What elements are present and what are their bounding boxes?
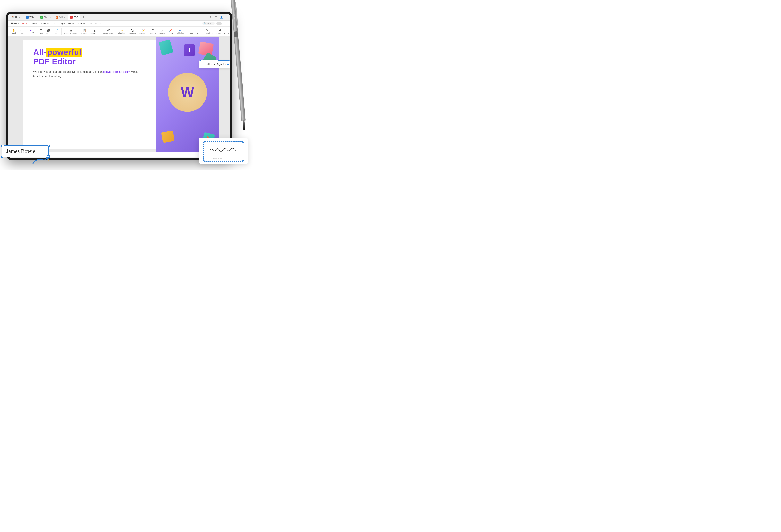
- text-tool[interactable]: T Text: [38, 28, 44, 35]
- header-footer-label: Header & Footer ▾: [64, 32, 79, 34]
- note-label: Note ▾: [168, 32, 173, 34]
- stylus-body: Lenovo: [231, 0, 246, 121]
- menu-annotate[interactable]: Annotate: [39, 22, 50, 26]
- ai-text-tool[interactable]: AI AI Text: [27, 29, 35, 35]
- more-button[interactable]: ···: [98, 22, 102, 26]
- highlight2-tool[interactable]: A̲ Highlight ▾: [174, 28, 185, 35]
- document-content: All-powerful PDF Editor We offer you a n…: [24, 40, 156, 149]
- svg-rect-0: [46, 154, 50, 160]
- background-tool[interactable]: ◧ Background ▾: [89, 28, 102, 35]
- tab-slides[interactable]: P Slides: [53, 14, 67, 20]
- tab-home-label: Home: [15, 16, 21, 18]
- tab-writer-label: Writer: [30, 16, 35, 18]
- convert-link[interactable]: convert formats easily: [103, 70, 130, 73]
- note-tool[interactable]: 📌 Note ▾: [167, 28, 174, 35]
- search-box[interactable]: 🔍 Search: [202, 22, 215, 25]
- menu-protect[interactable]: Protect: [67, 22, 77, 26]
- textbox-tool[interactable]: T Textbox: [149, 28, 157, 35]
- menu-file[interactable]: ☰ File ▾: [9, 21, 20, 26]
- menu-edit[interactable]: Edit: [51, 22, 58, 26]
- promo-image: W I: [156, 37, 219, 152]
- writer-icon: W: [26, 16, 29, 18]
- doc-title: All-powerful PDF Editor: [33, 48, 147, 66]
- toolbar-group-annotate: A̲ Highlight ▾ 💬 Annotate 📝 Instruction …: [116, 28, 186, 35]
- deco-teal: [159, 39, 173, 55]
- fill-form-dot: [227, 63, 229, 65]
- minimize-button[interactable]: —: [225, 15, 229, 19]
- textbox-icon: T: [152, 29, 154, 32]
- tab-pdf[interactable]: P PDF: [68, 14, 80, 20]
- image-tool[interactable]: 🖼 Image: [45, 28, 52, 35]
- redo-button[interactable]: ↪: [94, 22, 97, 26]
- fill-form-text: it、Fill Form、Signature: [202, 63, 227, 65]
- ai-text-label: AI Text: [29, 32, 34, 34]
- text-label: Text: [39, 32, 43, 34]
- insert-symbol-tool[interactable]: Ω Insert Symbol ▾: [200, 28, 214, 35]
- grid-view-button[interactable]: ⊟: [214, 15, 218, 19]
- replacements-tool[interactable]: ↔ Replacements ▾: [227, 28, 231, 35]
- split-view-button[interactable]: ⊞: [209, 15, 212, 19]
- menu-convert[interactable]: Convert: [77, 22, 88, 26]
- toolbar-group-header: ⊟ Header & Footer ▾ 📋 Page ▾ ◧ Backgroun…: [62, 28, 115, 35]
- search-icon: 🔍: [204, 23, 206, 25]
- tab-controls: ⊞ ⊟ 👤 —: [209, 15, 229, 19]
- stylus-brand-label: Lenovo: [233, 13, 236, 20]
- pdf-icon: P: [70, 16, 73, 18]
- select-label: Select: [19, 32, 24, 34]
- page-tool[interactable]: 📄 Page ▾: [52, 28, 60, 35]
- toggle-pill[interactable]: [216, 22, 222, 25]
- textbox-label: Textbox: [150, 32, 156, 34]
- signature-card-label: SIGNATURE: [208, 157, 239, 159]
- underline-icon: U̲: [193, 29, 195, 32]
- underline-tool[interactable]: U̲ Underline ▾: [188, 28, 199, 35]
- image-icon: 🖼: [47, 29, 50, 32]
- svg-marker-1: [48, 160, 49, 162]
- sig-corner-tl: [203, 141, 205, 143]
- menu-page[interactable]: Page: [58, 22, 67, 26]
- deco-purple: I: [183, 44, 195, 56]
- shape-icon: ◇: [161, 29, 163, 32]
- highlight-tool[interactable]: A̲ Highlight ▾: [117, 28, 128, 35]
- background-label: Background ▾: [90, 32, 101, 34]
- tab-sheets[interactable]: S Sheets: [38, 14, 53, 20]
- document-area: All-powerful PDF Editor We offer you a n…: [8, 37, 231, 152]
- title-part1: All-: [33, 48, 46, 57]
- annotate-tool[interactable]: 💬 Annotate: [128, 28, 137, 35]
- hand-tool[interactable]: ✋ Hand: [10, 28, 17, 35]
- user-avatar[interactable]: 👤: [219, 15, 223, 19]
- corner-bl: [1, 156, 3, 158]
- coop-label: Coop...: [222, 23, 229, 25]
- instruction-icon: 📝: [141, 29, 145, 32]
- coop-toggle[interactable]: Coop...: [216, 22, 229, 25]
- sig-corner-bl: [203, 161, 205, 162]
- watermark-tool[interactable]: W Watermark ▾: [102, 28, 114, 35]
- tab-pdf-label: PDF: [74, 16, 78, 18]
- deleteline-tool[interactable]: S Deleteline ▾: [214, 28, 226, 35]
- tabs-bar: 🏠 Home W Writer S Sheets P Slides: [8, 14, 231, 21]
- sheets-icon: S: [40, 16, 43, 18]
- page2-tool[interactable]: 📋 Page ▾: [80, 28, 88, 35]
- annotate-label: Annotate: [129, 32, 136, 34]
- stylus-tip: [243, 120, 245, 130]
- sig-card-border: SIGNATURE: [203, 141, 243, 162]
- home-icon: 🏠: [12, 16, 14, 18]
- menu-bar: ☰ File ▾ Home Insert Annotate Edit Page …: [8, 21, 231, 27]
- page2-icon: 📋: [83, 29, 86, 32]
- corner-tr: [48, 145, 50, 146]
- tab-writer[interactable]: W Writer: [24, 14, 38, 20]
- tab-slides-label: Slides: [59, 16, 65, 18]
- shape-tool[interactable]: ◇ Shape ▾: [157, 28, 166, 35]
- signature-name: James Bowie: [6, 148, 35, 154]
- undo-button[interactable]: ↩: [90, 22, 93, 26]
- header-footer-tool[interactable]: ⊟ Header & Footer ▾: [63, 28, 80, 35]
- menu-bar-right: 🔍 Search Coop...: [202, 22, 229, 25]
- add-tab-button[interactable]: +: [81, 15, 85, 19]
- menu-home[interactable]: Home: [21, 22, 30, 26]
- tab-home[interactable]: 🏠 Home: [9, 14, 23, 20]
- toolbar: ✋ Hand ↖ Select AI AI Text: [8, 27, 231, 37]
- select-tool[interactable]: ↖ Select: [17, 28, 25, 35]
- toolbar-group-text: U̲ Underline ▾ Ω Insert Symbol ▾ S Delet…: [187, 28, 231, 35]
- stylus-button: [234, 32, 238, 38]
- menu-insert[interactable]: Insert: [30, 22, 38, 26]
- instruction-tool[interactable]: 📝 Instruction: [138, 28, 149, 35]
